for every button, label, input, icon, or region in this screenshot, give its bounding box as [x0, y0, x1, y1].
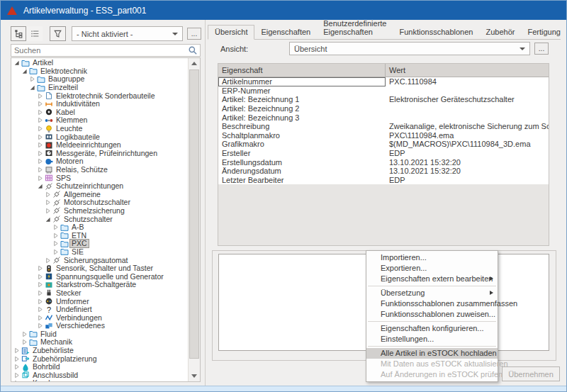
expand-icon[interactable]: [36, 92, 44, 100]
tree-item-umformer[interactable]: Umformer: [11, 297, 188, 306]
expand-icon[interactable]: [36, 314, 44, 322]
property-value-cell[interactable]: Elektronischer Geräteschutzschalter: [386, 95, 549, 103]
tree-item-schmelzsicherung[interactable]: Schmelzsicherung: [11, 207, 188, 215]
expand-icon[interactable]: [36, 133, 44, 141]
tree-item-bohrbild[interactable]: Bohrbild: [11, 363, 188, 371]
expand-icon[interactable]: [52, 232, 60, 240]
property-name-cell[interactable]: Änderungsdatum: [218, 167, 386, 176]
property-name-cell[interactable]: Artikelnummer: [218, 77, 386, 86]
tree-item-baugruppe[interactable]: Baugruppe: [11, 75, 188, 84]
property-name-cell[interactable]: Erstellungsdatum: [218, 157, 386, 167]
property-name-cell[interactable]: Ersteller: [218, 149, 386, 158]
table-row[interactable]: Artikel: Bezeichnung 3: [218, 113, 549, 122]
menu-item-exportieren[interactable]: Exportieren...: [366, 263, 498, 274]
filter-scheme-dropdown[interactable]: - Nicht aktiviert -: [72, 26, 183, 41]
collapse-icon[interactable]: [28, 84, 36, 91]
title-bar[interactable]: Artikelverwaltung - ESS_part001: [1, 1, 566, 20]
table-row[interactable]: Artikel: Bezeichnung 1Elektronischer Ger…: [218, 95, 549, 104]
view-dropdown[interactable]: Übersicht: [289, 42, 530, 55]
tab-funktionsschablonen[interactable]: Funktionsschablonen: [393, 26, 479, 39]
table-row[interactable]: ERP-Nummer: [218, 86, 549, 96]
table-row[interactable]: Artikel: Bezeichnung 2: [218, 104, 549, 113]
menu-item-übersetzung[interactable]: Übersetzung: [366, 288, 498, 298]
column-header-wert[interactable]: Wert: [386, 66, 549, 74]
expand-icon[interactable]: [36, 306, 44, 313]
property-value-cell[interactable]: 13.10.2021 15:32:20: [386, 158, 549, 167]
tree-item-verschiedenes[interactable]: Verschiedenes: [11, 322, 188, 330]
column-header-eigenschaft[interactable]: Eigenschaft: [218, 64, 386, 77]
tree-item-induktivitäten[interactable]: Induktivitäten: [11, 100, 188, 108]
property-name-cell[interactable]: Beschreibung: [218, 122, 386, 131]
property-value-cell[interactable]: EDP: [386, 149, 549, 157]
tree-item-sicherungsautomat[interactable]: Sicherungsautomat: [11, 256, 188, 264]
collapse-icon[interactable]: [21, 67, 28, 75]
tree-item-kabel[interactable]: Kabel: [11, 108, 188, 117]
tree-item-zubehörliste[interactable]: Zubehörliste: [11, 347, 188, 355]
expand-icon[interactable]: [36, 289, 44, 297]
table-row[interactable]: Grafikmakro$(MD_MACROS)\PXC\1110984_3D.e…: [218, 140, 549, 149]
table-row[interactable]: ArtikelnummerPXC.1110984: [218, 77, 549, 86]
tree-item-einzelteil[interactable]: Einzelteil: [11, 84, 188, 92]
tree-item-sie[interactable]: SIE: [11, 248, 188, 257]
tree-item-spannungsquelle-und-generator[interactable]: Spannungsquelle und Generator: [11, 272, 188, 281]
property-name-cell[interactable]: ERP-Nummer: [218, 86, 386, 96]
expand-icon[interactable]: [13, 347, 21, 354]
expand-icon[interactable]: [36, 298, 44, 306]
expand-icon[interactable]: [36, 174, 44, 182]
scroll-up-icon[interactable]: [189, 58, 200, 69]
expand-icon[interactable]: [13, 363, 21, 371]
collapse-icon[interactable]: [13, 59, 21, 67]
view-more-button[interactable]: ...: [534, 43, 549, 55]
tree-item-klemmen[interactable]: Klemmen: [11, 116, 188, 125]
expand-icon[interactable]: [44, 207, 52, 215]
tree-item-starkstrom-schaltgeräte[interactable]: Starkstrom-Schaltgeräte: [11, 281, 188, 289]
filter-more-button[interactable]: ...: [187, 28, 201, 40]
tree-item-artikel[interactable]: Artikel: [11, 59, 188, 67]
tree-item-sps[interactable]: SPS: [11, 174, 188, 182]
tab-fertigung[interactable]: Fertigung: [521, 26, 566, 39]
menu-item-eigenschaften-extern-bearbeiten[interactable]: Eigenschaften extern bearbeiten: [366, 274, 498, 284]
search-icon[interactable]: [188, 45, 198, 55]
table-row[interactable]: BeschreibungZweikanalige, elektronische …: [218, 122, 549, 131]
tree-item-schutzeinrichtungen[interactable]: Schutzeinrichtungen: [11, 182, 188, 191]
tree-item-sensorik-schalter-und-taster[interactable]: Sensorik, Schalter und Taster: [11, 264, 188, 273]
tree-item-verbindungen[interactable]: Verbindungen: [11, 313, 188, 322]
property-value-cell[interactable]: Zweikanalige, elektronische Sicherung zu…: [386, 122, 549, 130]
collapse-icon[interactable]: [44, 215, 52, 223]
property-value-cell[interactable]: $(MD_MACROS)\PXC\1110984_3D.ema: [386, 140, 549, 148]
property-value-cell[interactable]: PXC\1110984.ema: [386, 131, 549, 140]
expand-icon[interactable]: [36, 166, 44, 174]
tree-item-schutzschalter[interactable]: Schutzschalter: [11, 215, 188, 223]
property-name-cell[interactable]: Schaltplanmakro: [218, 131, 386, 140]
tab-eigenschaften[interactable]: Eigenschaften: [254, 26, 317, 39]
scrollbar-thumb[interactable]: [189, 69, 199, 359]
tab-zubehör[interactable]: Zubehör: [479, 26, 521, 39]
scroll-down-icon[interactable]: [189, 371, 200, 381]
expand-icon[interactable]: [36, 141, 44, 149]
tree-item-motoren[interactable]: Motoren: [11, 157, 188, 166]
tree-view-button[interactable]: [11, 26, 26, 41]
table-row[interactable]: ErstellerEDP: [218, 149, 549, 158]
expand-icon[interactable]: [36, 157, 44, 165]
menu-item-einstellungen[interactable]: Einstellungen...: [366, 334, 498, 345]
expand-icon[interactable]: [44, 191, 52, 198]
property-name-cell[interactable]: Letzter Bearbeiter: [218, 176, 386, 185]
tree-item-anschlussbild[interactable]: Anschlussbild: [11, 371, 188, 380]
expand-icon[interactable]: [21, 330, 28, 338]
expand-icon[interactable]: [36, 116, 44, 124]
tab-benutzerdefinierte-eigenschaften[interactable]: Benutzerdefinierte Eigenschaften: [317, 17, 393, 39]
search-input[interactable]: [11, 46, 188, 55]
table-row[interactable]: Erstellungsdatum13.10.2021 15:32:20: [218, 157, 549, 167]
menu-item-funktionsschablonen-zuweisen[interactable]: Funktionsschablonen zuweisen...: [366, 309, 498, 320]
apply-button[interactable]: Übernehmen: [502, 366, 560, 381]
tree-item-motorschutzschalter[interactable]: Motorschutzschalter: [11, 198, 188, 207]
list-view-button[interactable]: [27, 26, 43, 41]
expand-icon[interactable]: [36, 264, 44, 272]
tree-item-elektrotechnik[interactable]: Elektrotechnik: [11, 67, 188, 76]
tab-übersicht[interactable]: Übersicht: [208, 25, 254, 40]
table-row[interactable]: SchaltplanmakroPXC\1110984.ema: [218, 131, 549, 140]
tree-item-logikbauteile[interactable]: Logikbauteile: [11, 133, 188, 141]
tree-item-meldeeinrichtungen[interactable]: Meldeeinrichtungen: [11, 141, 188, 150]
property-name-cell[interactable]: Artikel: Bezeichnung 3: [218, 113, 386, 122]
expand-icon[interactable]: [28, 75, 36, 83]
